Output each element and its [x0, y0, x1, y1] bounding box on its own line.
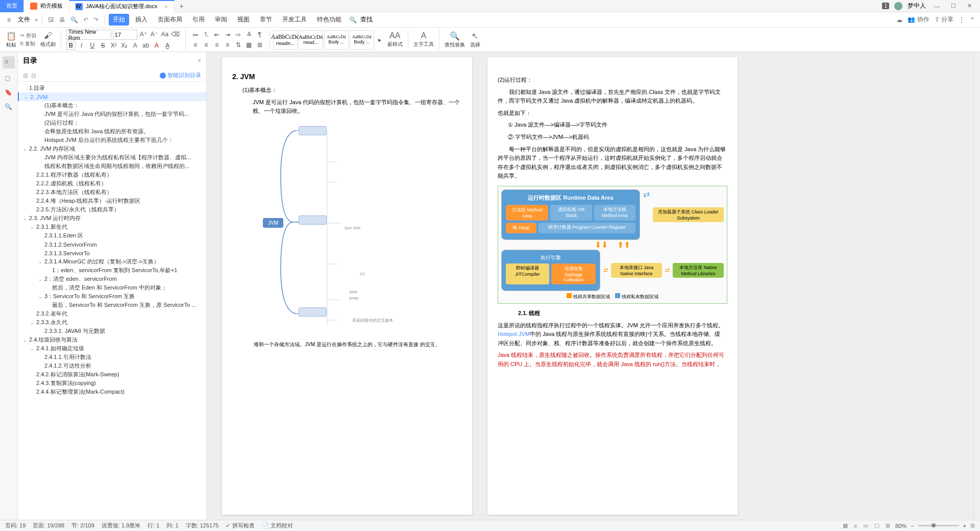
share-button[interactable]: ⇪ 分享: [935, 15, 953, 24]
more-icon[interactable]: ⋮: [959, 16, 965, 23]
menu-start[interactable]: 开始: [109, 14, 129, 26]
toc-item[interactable]: 2.2.3.本地方法区（线程私有）: [18, 188, 206, 197]
font-color-icon[interactable]: A: [131, 41, 140, 50]
view-outline-icon[interactable]: ≡: [853, 523, 858, 529]
cloud-icon[interactable]: ☁: [896, 16, 902, 23]
file-menu[interactable]: 文件: [15, 14, 33, 25]
bookmark-icon[interactable]: 🔖: [5, 89, 13, 97]
style-heading1[interactable]: AaBbCcDdHeadin...: [273, 30, 298, 50]
toc-item[interactable]: 2.3.3.1. JAVA8 与元数据: [18, 327, 206, 335]
style-body1[interactable]: AaBbCcDdBody ...: [324, 30, 349, 50]
toc-list[interactable]: 1.目录⌄2. JVM(1)基本概念：JVM 是可运行 Java 代码的假想计算…: [18, 82, 206, 520]
toc-collapse-icon[interactable]: ⊟: [31, 72, 36, 79]
size-select[interactable]: 17: [113, 30, 137, 40]
toc-item[interactable]: 2.2.5.方法区/永久代（线程共享）: [18, 205, 206, 214]
view-fullwidth-icon[interactable]: ⊞: [885, 522, 891, 529]
toc-item[interactable]: ⌄3：ServicorTo 和 ServicorFrom 互换: [18, 292, 206, 301]
document-area[interactable]: 2. JVM (1)基本概念： JVM 是可运行 Java 代码的假想计算机，包…: [207, 52, 974, 520]
save-icon[interactable]: 🖫: [46, 15, 56, 25]
zoom-out-button[interactable]: −: [911, 523, 914, 529]
texttool-icon[interactable]: A: [421, 31, 426, 40]
indent-icon[interactable]: ⇥: [223, 30, 232, 39]
toc-item[interactable]: 1.目录: [18, 84, 206, 92]
tab-document[interactable]: WJAVA核心面试知识整理.docx×: [69, 0, 175, 12]
numbering-icon[interactable]: ⒈: [202, 30, 211, 39]
menu-special[interactable]: 特色功能: [313, 14, 346, 26]
outdent-icon[interactable]: ⇤: [212, 30, 222, 39]
toc-item[interactable]: 2.4.3.复制算法(copying): [18, 379, 206, 388]
status-set[interactable]: 设置值: 1.9厘米: [102, 522, 140, 529]
zoom-slider[interactable]: [918, 525, 959, 526]
tab-template[interactable]: 稻壳模板: [24, 0, 69, 12]
align-center-icon[interactable]: ≡: [202, 40, 211, 50]
style-more-icon[interactable]: ▸: [375, 35, 384, 44]
toc-item[interactable]: JVM 内存区域主要分为线程私有区域【程序计数器、虚拟...: [18, 153, 206, 162]
undo-icon[interactable]: ↶: [82, 15, 90, 25]
italic-button[interactable]: I: [77, 41, 86, 50]
tab-icon[interactable]: ⇨: [234, 30, 243, 39]
menu-chapter[interactable]: 章节: [256, 14, 276, 26]
status-col[interactable]: 列: 1: [166, 522, 178, 529]
shrink-font-icon[interactable]: A⁻: [150, 30, 159, 39]
toc-item[interactable]: 2.3.2.老年代: [18, 309, 206, 318]
toc-item[interactable]: (2)运行过程：: [18, 118, 206, 127]
border-icon[interactable]: ⊞: [255, 40, 264, 50]
menu-ref[interactable]: 引用: [188, 14, 209, 26]
view-print-icon[interactable]: ▦: [842, 522, 849, 529]
menu-insert[interactable]: 插入: [131, 14, 152, 26]
menu-layout[interactable]: 页面布局: [154, 14, 186, 26]
status-check[interactable]: 📄 文档校对: [262, 522, 293, 529]
newstyle-icon[interactable]: AA: [389, 31, 400, 40]
strike-button[interactable]: S: [99, 41, 108, 50]
toc-expand-icon[interactable]: ⊞: [23, 72, 28, 79]
toc-item[interactable]: ⌄2.4.垃圾回收与算法: [18, 335, 206, 344]
status-line[interactable]: 行: 1: [148, 522, 159, 529]
toc-item[interactable]: ⌄2.3. JVM 运行时内存: [18, 214, 206, 223]
case-icon[interactable]: Aa: [160, 30, 169, 39]
menu-icon[interactable]: ≡: [5, 15, 13, 25]
close-icon[interactable]: ×: [164, 4, 167, 10]
toc-item[interactable]: ⌄2.4.1.如何确定垃圾: [18, 344, 206, 353]
toc-item[interactable]: 2.2.2.虚拟机栈（线程私有）: [18, 179, 206, 188]
menu-review[interactable]: 审阅: [211, 14, 231, 26]
toc-item[interactable]: 1：eden、servicorFrom 复制到 ServicorTo,年龄+1: [18, 266, 206, 275]
toc-close-icon[interactable]: ×: [198, 57, 201, 64]
toc-item[interactable]: 线程私有数据区域生命周期与线程相同，依赖用户线程的...: [18, 162, 206, 171]
paste-icon[interactable]: 📋: [6, 31, 16, 41]
sub-button[interactable]: X₂: [120, 41, 129, 50]
find-icon[interactable]: 🔍: [450, 31, 460, 41]
menu-dev[interactable]: 开发工具: [278, 14, 311, 26]
underline-button[interactable]: U: [88, 41, 97, 50]
avatar[interactable]: [894, 2, 902, 10]
minimize-icon[interactable]: —: [931, 2, 943, 10]
toc-item[interactable]: JVM 是可运行 Java 代码的假想计算机，包括一套字节码...: [18, 110, 206, 118]
maximize-icon[interactable]: ☐: [948, 2, 959, 10]
search-icon[interactable]: 🔍: [348, 15, 358, 25]
toc-item[interactable]: 会释放原生线程和 Java 线程的所有资源。: [18, 127, 206, 136]
style-heading2[interactable]: AaBbCcDdHead...: [299, 30, 323, 50]
view-read-icon[interactable]: ▢: [873, 522, 880, 529]
view-web-icon[interactable]: ▭: [862, 522, 869, 529]
status-spell[interactable]: ✓ 拼写检查: [226, 522, 254, 529]
preview-icon[interactable]: 🔍: [69, 15, 80, 25]
toc-item[interactable]: 2.4.4.标记整理算法(Mark-Compact): [18, 388, 206, 396]
search-label[interactable]: 查找: [360, 15, 373, 24]
zoom-in-button[interactable]: +: [963, 523, 966, 529]
toc-item[interactable]: ⌄2.2. JVM 内存区域: [18, 144, 206, 153]
collab-button[interactable]: 👥 协作: [908, 15, 929, 24]
brush-icon[interactable]: 🖌: [44, 31, 52, 40]
toc-item[interactable]: ⌄2.3.1.新生代: [18, 223, 206, 231]
bullets-icon[interactable]: ≔: [191, 30, 200, 39]
toc-item[interactable]: 2.2.1.程序计数器（线程私有）: [18, 171, 206, 179]
status-section[interactable]: 节: 2/109: [71, 522, 94, 529]
justify-icon[interactable]: ≡: [223, 40, 232, 50]
tab-home[interactable]: 首页: [0, 0, 24, 12]
new-tab-button[interactable]: +: [175, 2, 189, 10]
toc-item[interactable]: 2.4.2.标记清除算法(Mark-Sweep): [18, 370, 206, 379]
toc-item[interactable]: 2.3.1.2.ServivorFrom: [18, 240, 206, 249]
toc-item[interactable]: 2.3.1.3.ServivorTo: [18, 249, 206, 257]
zoom-value[interactable]: 80%: [895, 523, 906, 529]
align-right-icon[interactable]: ≡: [212, 40, 222, 50]
toc-item[interactable]: 2.4.1.1.引用计数法: [18, 353, 206, 361]
font-select[interactable]: Times New Rom: [66, 30, 111, 40]
